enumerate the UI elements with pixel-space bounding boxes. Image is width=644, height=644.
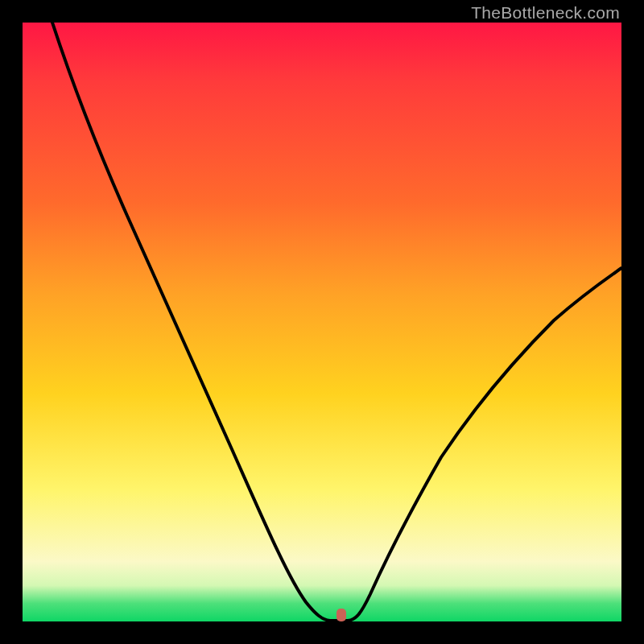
- watermark-text: TheBottleneck.com: [471, 3, 620, 23]
- chart-frame: TheBottleneck.com: [0, 0, 644, 644]
- bottleneck-curve: [23, 23, 621, 621]
- plot-area: [23, 23, 621, 621]
- minimum-marker: [336, 609, 346, 621]
